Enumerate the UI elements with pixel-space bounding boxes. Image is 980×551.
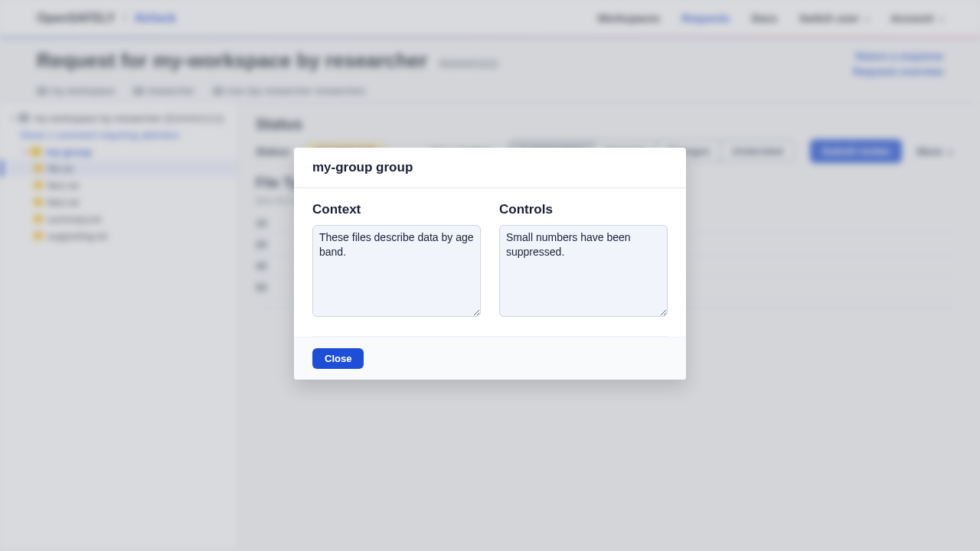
close-button[interactable]: Close	[312, 348, 364, 369]
group-context-modal: my-group group Context Controls Close	[294, 148, 686, 380]
modal-body: Context Controls	[294, 187, 686, 336]
modal-header: my-group group	[294, 148, 686, 187]
controls-column: Controls	[499, 202, 668, 319]
context-column: Context	[312, 202, 481, 319]
modal-title: my-group group	[312, 160, 668, 175]
controls-heading: Controls	[499, 202, 668, 217]
controls-textarea[interactable]	[499, 225, 668, 317]
modal-footer: Close	[294, 337, 686, 380]
context-textarea[interactable]	[312, 225, 481, 317]
context-heading: Context	[312, 202, 481, 217]
